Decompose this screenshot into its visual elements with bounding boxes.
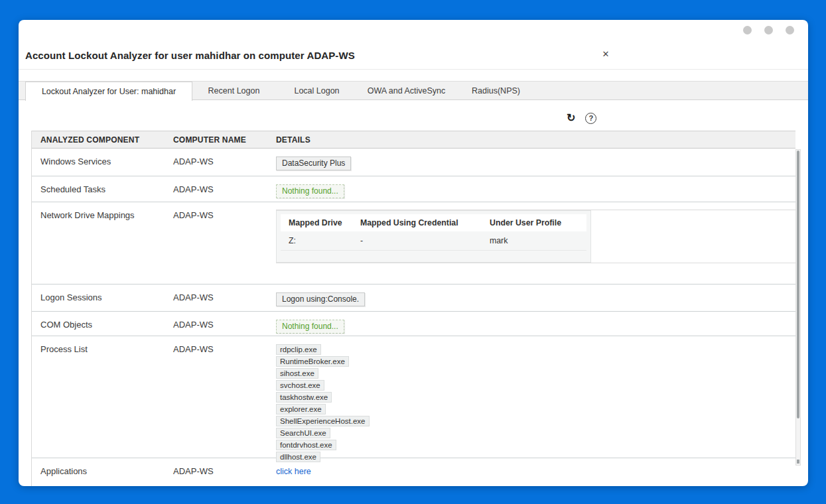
nothing-found-badge: Nothing found... — [276, 184, 344, 198]
page-title: Account Lockout Analyzer for user mahidh… — [25, 50, 355, 61]
computer-name: ADAP-WS — [173, 176, 276, 202]
nested-cell: - — [360, 236, 490, 245]
tab-local-logon[interactable]: Local Logon — [275, 82, 358, 100]
analyzed-component: Applications — [32, 458, 173, 486]
details-cell: Nothing found... — [276, 312, 795, 336]
table-row: Scheduled TasksADAP-WSNothing found... — [32, 176, 795, 202]
mapped-drive-panel: Mapped DriveMapped Using CredentialUnder… — [276, 210, 591, 263]
refresh-icon[interactable]: ↻ — [567, 112, 575, 124]
window-dot-icon — [786, 26, 794, 34]
process-badge: fontdrvhost.exe — [276, 440, 336, 450]
table-row: Logon SessionsADAP-WSLogon using:Console… — [32, 284, 795, 312]
column-header: DETAILS — [276, 135, 795, 145]
analyzed-component: Windows Services — [32, 149, 173, 176]
process-badge: taskhostw.exe — [276, 392, 332, 403]
computer-name: ADAP-WS — [173, 312, 276, 336]
scrollbar-thumb[interactable] — [797, 151, 799, 418]
tab-owa-and-activesync[interactable]: OWA and ActiveSync — [358, 82, 454, 100]
process-badge: RuntimeBroker.exe — [276, 356, 349, 367]
detail-badge: DataSecurity Plus — [276, 157, 351, 170]
details-cell: click here — [276, 458, 795, 486]
tab-radius-nps[interactable]: Radius(NPS) — [454, 82, 537, 100]
nested-column-header: Mapped Drive — [281, 218, 360, 227]
column-header: COMPUTER NAME — [173, 135, 276, 145]
analyzed-component: Network Drive Mappings — [32, 202, 173, 284]
window-dot-icon — [743, 26, 752, 34]
toolbar: ↻ ? — [567, 112, 596, 124]
help-icon[interactable]: ? — [585, 113, 596, 124]
computer-name: ADAP-WS — [173, 284, 276, 311]
account-lockout-analyzer-window: Account Lockout Analyzer for user mahidh… — [19, 20, 808, 486]
analysis-table: ANALYZED COMPONENTCOMPUTER NAMEDETAILS W… — [31, 131, 795, 486]
nested-column-header: Under User Profile — [490, 218, 586, 227]
close-icon[interactable]: ✕ — [600, 49, 612, 59]
computer-name: ADAP-WS — [173, 149, 276, 176]
table-row: Process ListADAP-WSrdpclip.exeRuntimeBro… — [32, 336, 795, 458]
details-cell: Nothing found... — [276, 176, 795, 202]
nested-cell: mark — [490, 236, 586, 245]
table-header-row: ANALYZED COMPONENTCOMPUTER NAMEDETAILS — [32, 131, 795, 149]
window-control-dots — [743, 26, 794, 34]
nested-table-header-row: Mapped DriveMapped Using CredentialUnder… — [281, 214, 586, 231]
scrollbar-end[interactable] — [797, 460, 799, 464]
details-cell: Mapped DriveMapped Using CredentialUnder… — [276, 202, 795, 284]
details-cell: rdpclip.exeRuntimeBroker.exesihost.exesv… — [276, 336, 795, 458]
window-dot-icon — [764, 26, 773, 34]
process-badge: svchost.exe — [276, 380, 324, 391]
analyzed-component: COM Objects — [32, 312, 173, 336]
table-row: ApplicationsADAP-WSclick here — [32, 458, 795, 486]
title-divider — [19, 69, 808, 70]
nothing-found-badge: Nothing found... — [276, 320, 344, 334]
analyzed-component: Process List — [32, 336, 173, 458]
table-row: COM ObjectsADAP-WSNothing found... — [32, 312, 795, 336]
analyzed-component: Logon Sessions — [32, 284, 173, 311]
tab-lockout-analyzer-for-user-mahidhar[interactable]: Lockout Analyzer for User: mahidhar — [25, 82, 192, 101]
details-cell: DataSecurity Plus — [276, 149, 795, 176]
details-cell: Logon using:Console. — [276, 284, 795, 311]
detail-badge: Logon using:Console. — [276, 292, 365, 306]
process-badge: sihost.exe — [276, 368, 318, 379]
analyzed-component: Scheduled Tasks — [32, 176, 173, 202]
nested-column-header: Mapped Using Credential — [360, 218, 490, 227]
process-badge: explorer.exe — [276, 404, 326, 414]
process-badge: SearchUI.exe — [276, 428, 330, 438]
process-badge: rdpclip.exe — [276, 344, 321, 355]
nested-table-row: Z:-mark — [281, 231, 586, 251]
process-badge: ShellExperienceHost.exe — [276, 416, 370, 426]
computer-name: ADAP-WS — [173, 336, 276, 458]
table-row: Windows ServicesADAP-WSDataSecurity Plus — [32, 149, 795, 176]
table-row: Network Drive MappingsADAP-WSMapped Driv… — [32, 202, 795, 284]
vertical-scrollbar[interactable] — [795, 149, 801, 466]
column-header: ANALYZED COMPONENT — [32, 135, 173, 145]
tab-recent-logon[interactable]: Recent Logon — [192, 82, 275, 100]
computer-name: ADAP-WS — [173, 458, 276, 486]
computer-name: ADAP-WS — [173, 202, 276, 284]
mapped-drive-block: Mapped DriveMapped Using CredentialUnder… — [276, 210, 795, 263]
tab-bar: Lockout Analyzer for User: mahidharRecen… — [19, 81, 808, 100]
table-body: Windows ServicesADAP-WSDataSecurity Plus… — [32, 149, 795, 486]
nested-cell: Z: — [281, 236, 360, 245]
click-here-link[interactable]: click here — [276, 467, 311, 476]
